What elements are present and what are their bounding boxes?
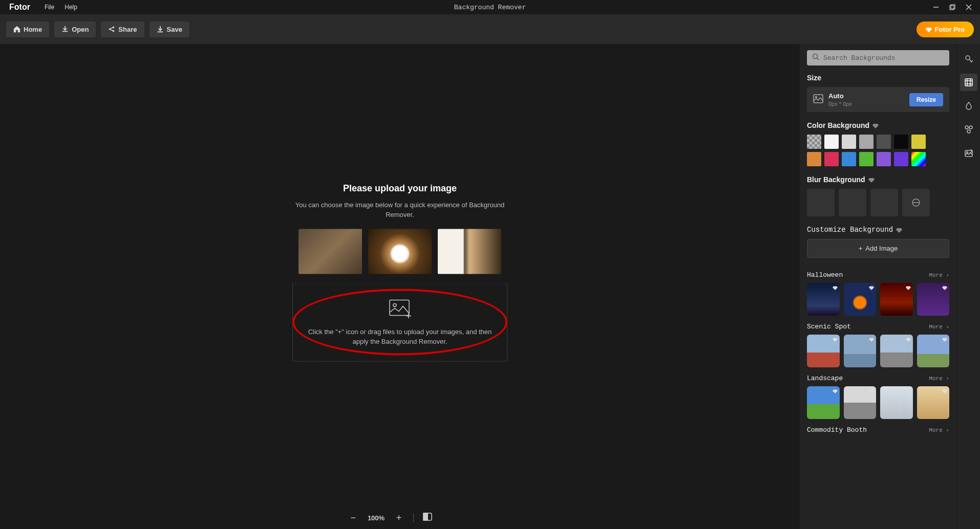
svg-line-18 (817, 58, 819, 60)
menu-file[interactable]: File (39, 2, 59, 13)
blur-preset-1[interactable] (807, 189, 835, 216)
add-image-button[interactable]: + Add Image (807, 239, 949, 258)
rail-elements-button[interactable] (960, 121, 977, 138)
category-more-button[interactable]: More › (929, 272, 949, 278)
color-swatch[interactable] (894, 135, 908, 149)
svg-rect-10 (390, 300, 409, 315)
diamond-icon (872, 122, 879, 128)
dropzone-text: Click the "+" icon or drag files to uplo… (302, 326, 498, 346)
rail-background-button[interactable] (960, 74, 977, 91)
svg-line-8 (111, 28, 113, 29)
upload-dropzone[interactable]: Click the "+" icon or drag files to uplo… (292, 283, 507, 361)
search-input[interactable] (823, 54, 944, 62)
color-swatch[interactable] (877, 152, 891, 166)
color-swatch[interactable] (842, 152, 856, 166)
bg-thumb[interactable] (844, 386, 877, 419)
resize-button[interactable]: Resize (909, 93, 943, 106)
svg-rect-1 (950, 6, 954, 10)
bg-thumb[interactable] (917, 386, 950, 419)
bg-thumb[interactable] (807, 335, 840, 367)
sidebar: Size Auto 0px * 0px Resize Color Backgro… (800, 44, 956, 529)
category-more-button[interactable]: More › (929, 427, 949, 433)
color-swatch[interactable] (877, 135, 891, 149)
sample-image-coffee[interactable] (368, 229, 432, 274)
plus-icon: + (859, 245, 863, 252)
share-button[interactable]: Share (101, 21, 144, 37)
home-button[interactable]: Home (6, 21, 49, 37)
bg-thumb[interactable] (880, 335, 913, 367)
diamond-icon (896, 227, 902, 233)
color-swatch[interactable] (859, 135, 874, 149)
bg-thumb[interactable] (880, 283, 913, 316)
color-swatch[interactable] (894, 152, 908, 166)
color-swatch[interactable] (911, 152, 926, 166)
search-box[interactable] (807, 50, 949, 65)
zoom-in-button[interactable]: + (394, 513, 404, 523)
home-icon (13, 26, 20, 33)
rail-export-button[interactable] (960, 144, 977, 162)
rail-crop-button[interactable] (960, 50, 977, 68)
save-icon (157, 26, 164, 33)
category-thumbs (807, 283, 949, 316)
image-icon (813, 94, 823, 105)
home-label: Home (24, 26, 42, 33)
fotor-pro-button[interactable]: Fotor Pro (917, 21, 974, 37)
diamond-icon (868, 177, 875, 183)
window-title: Background Remover (454, 4, 526, 11)
color-swatch[interactable] (824, 135, 839, 149)
save-button[interactable]: Save (150, 21, 189, 37)
svg-rect-25 (965, 79, 972, 86)
svg-point-17 (813, 54, 818, 59)
sample-image-dog[interactable] (438, 229, 501, 274)
svg-rect-2 (951, 5, 955, 9)
rail-beauty-button[interactable] (960, 97, 977, 115)
color-swatch[interactable] (911, 135, 926, 149)
toolbar: Home Open Share Save Fotor Pro (0, 14, 980, 44)
bg-thumb[interactable] (807, 283, 840, 316)
color-swatch[interactable] (807, 152, 821, 166)
category-more-button[interactable]: More › (929, 376, 949, 382)
bg-thumb[interactable] (917, 335, 950, 367)
zoom-out-button[interactable]: − (348, 513, 358, 523)
blur-preset-more[interactable] (902, 189, 930, 216)
blur-preset-3[interactable] (870, 189, 898, 216)
svg-point-20 (816, 96, 817, 98)
size-section-label: Size (807, 74, 949, 82)
bg-thumb[interactable] (807, 386, 840, 419)
add-image-label: Add Image (865, 245, 898, 252)
sample-images (292, 229, 507, 274)
svg-rect-16 (423, 513, 428, 520)
bg-thumb[interactable] (844, 283, 877, 316)
image-plus-icon (302, 298, 498, 320)
svg-line-9 (111, 30, 113, 31)
close-button[interactable] (962, 2, 976, 13)
blur-preset-2[interactable] (839, 189, 866, 216)
category-more-button[interactable]: More › (929, 324, 949, 330)
color-swatch[interactable] (842, 135, 856, 149)
menu-help[interactable]: Help (59, 2, 82, 13)
bg-thumb[interactable] (917, 283, 950, 316)
diamond-icon (869, 285, 874, 291)
sample-image-person[interactable] (299, 229, 362, 274)
bg-thumb[interactable] (880, 386, 913, 419)
bg-thumb[interactable] (844, 335, 877, 367)
diamond-icon (926, 26, 932, 32)
maximize-button[interactable] (945, 2, 960, 13)
compare-button[interactable] (423, 513, 432, 523)
size-box: Auto 0px * 0px Resize (807, 87, 949, 112)
workspace: Please upload your image You can choose … (0, 44, 980, 529)
blur-bg-label: Blur Background (807, 175, 949, 184)
color-swatch[interactable] (824, 152, 839, 166)
color-swatch[interactable] (807, 135, 821, 149)
upload-title: Please upload your image (292, 183, 507, 193)
search-icon (812, 53, 819, 62)
color-swatch[interactable] (859, 152, 874, 166)
category-thumbs (807, 335, 949, 367)
bg-category: HalloweenMore › (807, 271, 949, 316)
diamond-icon (942, 337, 947, 343)
open-button[interactable]: Open (54, 21, 96, 37)
minimize-button[interactable] (929, 2, 943, 13)
bg-category: Scenic SpotMore › (807, 323, 949, 367)
open-icon (61, 26, 69, 33)
diamond-icon (942, 388, 947, 394)
